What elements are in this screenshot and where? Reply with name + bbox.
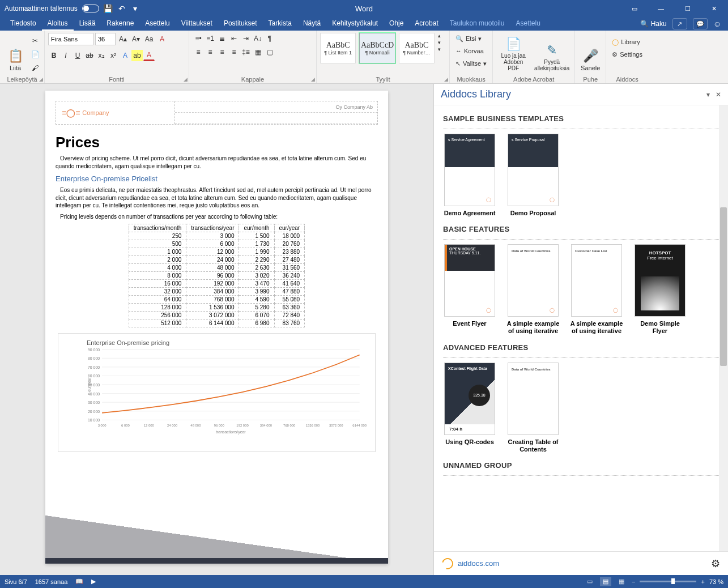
chevron-down-icon[interactable]: ▾ (706, 91, 710, 99)
table-row[interactable]: 512 0006 144 0006 98083 760 (129, 319, 304, 327)
italic-button[interactable]: I (60, 50, 71, 61)
share-button[interactable]: ↗ (672, 18, 687, 29)
zoom-value[interactable]: 73 % (709, 578, 723, 585)
align-center-icon[interactable]: ≡ (205, 46, 216, 58)
highlight-icon[interactable]: ab (131, 50, 143, 61)
autosave-toggle[interactable] (82, 5, 99, 12)
superscript-button[interactable]: x² (108, 50, 119, 61)
tab-taulukon-muotoilu[interactable]: Taulukon muotoilu (444, 17, 510, 31)
table-row[interactable]: 64 000768 0004 59055 080 (129, 296, 304, 304)
table-row[interactable]: 4 00048 0002 63031 560 (129, 264, 304, 272)
maximize-button[interactable]: ☐ (675, 0, 700, 17)
table-row[interactable]: 16 000192 0003 47041 640 (129, 280, 304, 288)
table-row[interactable]: 2503 0001 50018 000 (129, 232, 304, 240)
dictate-button[interactable]: 🎤 Sanele (578, 33, 602, 73)
select-button[interactable]: ↖Valitse▾ (453, 58, 489, 69)
close-icon[interactable]: ✕ (716, 91, 721, 99)
template-card[interactable]: Data of World Countries◯ A simple exampl… (506, 244, 560, 335)
tab-viittaukset[interactable]: Viittaukset (176, 17, 218, 31)
table-row[interactable]: 256 0003 072 0006 07072 840 (129, 312, 304, 319)
tab-ohje[interactable]: Ohje (384, 17, 409, 31)
borders-icon[interactable]: ▢ (264, 46, 275, 58)
align-right-icon[interactable]: ≡ (216, 46, 228, 58)
shading-icon[interactable]: ▦ (252, 46, 263, 58)
pricing-table[interactable]: transactions/monthtransactions/yeareur/m… (129, 224, 305, 327)
undo-icon[interactable]: ↶ (117, 4, 126, 13)
tab-näytä[interactable]: Näytä (297, 17, 326, 31)
spellcheck-icon[interactable]: 📖 (75, 578, 83, 585)
comments-button[interactable]: 💬 (693, 18, 708, 29)
ribbon-display-icon[interactable]: ▭ (621, 0, 647, 17)
cut-icon[interactable]: ✂ (29, 35, 41, 46)
qat-customize-icon[interactable]: ▾ (131, 4, 140, 13)
style-option[interactable]: AaBbC¶ List Item 1 (320, 33, 356, 63)
tab-tarkista[interactable]: Tarkista (263, 17, 297, 31)
pane-scrollbar[interactable] (719, 105, 728, 551)
document-area[interactable]: ≡◯≡ Company Oy Company Ab Prices Overvie… (0, 84, 433, 575)
bold-button[interactable]: B (48, 50, 59, 61)
template-card[interactable]: Customer Case List◯ A simple example of … (570, 244, 623, 335)
tab-rakenne[interactable]: Rakenne (101, 17, 139, 31)
gear-icon[interactable]: ⚙ (711, 557, 720, 570)
strike-button[interactable]: ab (84, 50, 95, 61)
template-card[interactable]: Data of World Countries Creating Table o… (506, 363, 560, 453)
subscript-button[interactable]: x₂ (96, 50, 107, 61)
align-left-icon[interactable]: ≡ (193, 46, 204, 58)
read-mode-icon[interactable]: ▭ (584, 577, 595, 586)
shrink-font-icon[interactable]: A▾ (130, 33, 142, 45)
macro-icon[interactable]: ▶ (91, 578, 96, 585)
line-spacing-icon[interactable]: ‡≡ (240, 46, 252, 58)
dialog-launcher-icon[interactable]: ◢ (184, 76, 188, 82)
table-row[interactable]: 2 00024 0002 29027 480 (129, 256, 304, 264)
table-row[interactable]: 5006 0001 73020 760 (129, 240, 304, 248)
font-size-combo[interactable] (95, 33, 116, 45)
underline-button[interactable]: U (72, 50, 83, 61)
tab-lisää[interactable]: Lisää (74, 17, 101, 31)
font-color-icon[interactable]: A (143, 50, 155, 61)
font-family-combo[interactable] (48, 33, 93, 45)
print-layout-icon[interactable]: ▤ (600, 577, 611, 586)
tab-asettelu[interactable]: Asettelu (510, 17, 546, 31)
search-box[interactable]: 🔍 Haku (640, 20, 667, 28)
table-row[interactable]: 32 000384 0003 99047 880 (129, 288, 304, 296)
justify-icon[interactable]: ≡ (228, 46, 240, 58)
table-row[interactable]: 128 0001 536 0005 28063 360 (129, 304, 304, 312)
dialog-launcher-icon[interactable]: ◢ (444, 76, 448, 82)
table-row[interactable]: 8 00096 0003 02036 240 (129, 272, 304, 280)
request-sign-button[interactable]: ✎ Pyydä allekirjoituksia (533, 33, 571, 73)
pane-body[interactable]: SAMPLE BUSINESS TEMPLATES s Service Agre… (434, 105, 728, 551)
bullets-icon[interactable]: ≡• (193, 33, 204, 44)
template-card[interactable]: s Service Agreement◯ Demo Agreement (443, 134, 496, 217)
template-card[interactable]: OPEN HOUSETHURSDAY 5.11.◯ Event Flyer (443, 244, 496, 335)
show-marks-icon[interactable]: ¶ (264, 33, 275, 44)
decrease-indent-icon[interactable]: ⇤ (228, 33, 240, 44)
close-button[interactable]: ✕ (701, 0, 727, 17)
table-row[interactable]: 1 00012 0001 99023 880 (129, 248, 304, 256)
template-card[interactable]: s Service Proposal◯ Demo Proposal (506, 134, 560, 217)
web-layout-icon[interactable]: ▦ (616, 577, 627, 586)
tab-tiedosto[interactable]: Tiedosto (5, 17, 42, 31)
style-option[interactable]: AaBbC¶ Number… (399, 33, 435, 63)
copy-icon[interactable]: 📄 (29, 49, 41, 60)
minimize-button[interactable]: — (648, 0, 674, 17)
zoom-slider[interactable] (640, 581, 696, 582)
sort-icon[interactable]: A↓ (252, 33, 263, 44)
template-card[interactable]: HOTSPOTFree internet Demo Simple Flyer (633, 244, 687, 335)
format-painter-icon[interactable]: 🖌 (29, 62, 41, 74)
find-button[interactable]: 🔍Etsi▾ (453, 33, 484, 44)
aiddocs-library-button[interactable]: ◯Library (610, 36, 642, 48)
save-icon[interactable]: 💾 (104, 4, 113, 13)
tab-kehitystyökalut[interactable]: Kehitystyökalut (326, 17, 384, 31)
text-effects-icon[interactable]: A (120, 50, 131, 61)
zoom-in-button[interactable]: + (701, 578, 704, 585)
change-case-icon[interactable]: Aa (143, 33, 155, 45)
tab-aloitus[interactable]: Aloitus (42, 17, 74, 31)
replace-button[interactable]: ↔Korvaa (453, 45, 486, 57)
styles-more-button[interactable]: ▴▾▾ (438, 33, 446, 52)
multilevel-icon[interactable]: ≣ (216, 33, 228, 44)
template-card[interactable]: XContest Flight Data325.387:04 h Using Q… (443, 363, 496, 453)
tab-acrobat[interactable]: Acrobat (409, 17, 444, 31)
status-page[interactable]: Sivu 6/7 (5, 578, 27, 585)
aiddocs-link[interactable]: aiddocs.com (458, 559, 499, 568)
tab-postitukset[interactable]: Postitukset (218, 17, 263, 31)
